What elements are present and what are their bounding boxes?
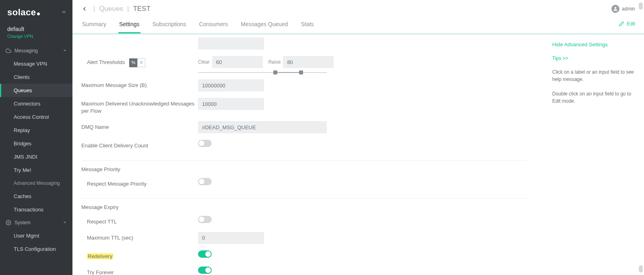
max-ttl-input[interactable] bbox=[198, 232, 264, 244]
tip-text-2: Double click on an input field to go to … bbox=[552, 90, 635, 105]
main: | Queues | TEST admin Summary Settings S… bbox=[72, 0, 644, 275]
sidebar: solace default Change VPN Messaging Mess… bbox=[0, 0, 72, 275]
tab-messages-queued[interactable]: Messages Queued bbox=[240, 17, 289, 33]
tip-text-1: Click on a label or an input field to se… bbox=[552, 68, 635, 83]
nav-section-messaging[interactable]: Messaging bbox=[0, 44, 72, 57]
sidebar-item-message-vpn[interactable]: Message VPN bbox=[0, 57, 72, 70]
tab-consumers[interactable]: Consumers bbox=[198, 17, 229, 33]
label-respect-priority[interactable]: Respect Message Priority bbox=[81, 178, 198, 188]
section-message-expiry: Message Expiry bbox=[81, 204, 527, 210]
slider-handle-raise[interactable] bbox=[299, 70, 303, 74]
label-max-unacked[interactable]: Maximum Delivered Unacknowledged Message… bbox=[81, 98, 198, 115]
cloud-icon bbox=[6, 48, 11, 54]
tab-settings[interactable]: Settings bbox=[118, 17, 140, 33]
unit-toggle[interactable]: % # bbox=[129, 58, 145, 67]
toggle-client-delivery-count[interactable] bbox=[198, 140, 212, 147]
prev-field[interactable] bbox=[198, 37, 264, 50]
logo: solace bbox=[7, 7, 40, 18]
svg-point-0 bbox=[8, 222, 9, 223]
breadcrumb: | Queues | TEST bbox=[80, 4, 151, 14]
nav-section-system[interactable]: System bbox=[0, 216, 72, 229]
hide-advanced-link[interactable]: Hide Advanced Settings bbox=[552, 41, 635, 48]
section-message-priority: Message Priority bbox=[81, 166, 527, 172]
back-button[interactable] bbox=[80, 4, 89, 14]
chevron-down-icon bbox=[63, 220, 67, 225]
dmq-name-input[interactable] bbox=[198, 121, 327, 133]
sidebar-item-try-me[interactable]: Try Me! bbox=[0, 163, 72, 177]
max-unacked-input[interactable] bbox=[198, 98, 264, 110]
sidebar-item-caches[interactable]: Caches bbox=[0, 190, 72, 203]
tab-summary[interactable]: Summary bbox=[81, 17, 107, 33]
label-clear: Clear bbox=[198, 59, 210, 65]
sidebar-item-connectors[interactable]: Connectors bbox=[0, 97, 72, 110]
sidebar-item-clients[interactable]: Clients bbox=[0, 70, 72, 84]
vpn-name: default bbox=[7, 26, 65, 32]
sidebar-item-transactions[interactable]: Transactions bbox=[0, 203, 72, 216]
collapse-sidebar-icon[interactable] bbox=[61, 9, 67, 16]
raise-input[interactable] bbox=[283, 56, 334, 68]
toggle-respect-ttl[interactable] bbox=[198, 216, 212, 223]
max-msg-size-input[interactable] bbox=[198, 79, 264, 91]
change-vpn-link[interactable]: Change VPN bbox=[7, 34, 65, 39]
edit-button[interactable]: Edit bbox=[619, 21, 635, 30]
slider-handle-clear[interactable] bbox=[273, 70, 277, 74]
breadcrumb-current: TEST bbox=[133, 5, 150, 13]
sidebar-item-access-control[interactable]: Access Control bbox=[0, 110, 72, 124]
toggle-respect-priority[interactable] bbox=[198, 178, 212, 185]
tab-subscriptions[interactable]: Subscriptions bbox=[152, 17, 187, 33]
tabs: Summary Settings Subscriptions Consumers… bbox=[81, 17, 315, 33]
toggle-try-forever[interactable] bbox=[198, 267, 212, 274]
sidebar-item-queues[interactable]: Queues bbox=[0, 84, 72, 97]
label-client-delivery-count[interactable]: Enable Client Delivery Count bbox=[81, 140, 198, 149]
pencil-icon bbox=[619, 21, 624, 27]
avatar-icon bbox=[611, 5, 619, 13]
threshold-slider[interactable] bbox=[198, 72, 327, 73]
toggle-redelivery[interactable] bbox=[198, 250, 212, 258]
unit-percent[interactable]: % bbox=[129, 58, 137, 67]
label-max-ttl[interactable]: Maximum TTL (sec) bbox=[81, 232, 198, 242]
tips-link[interactable]: Tips >> bbox=[552, 56, 635, 61]
label-try-forever[interactable]: Try Forever bbox=[81, 267, 198, 275]
sidebar-item-user-mgmt[interactable]: User Mgmt bbox=[0, 229, 72, 242]
help-panel: Hide Advanced Settings Tips >> Click on … bbox=[543, 34, 644, 275]
sidebar-item-jms-jndi[interactable]: JMS JNDI bbox=[0, 150, 72, 163]
chevron-down-icon bbox=[63, 48, 67, 54]
settings-form: Alert Thresholds % # Clear bbox=[72, 34, 543, 275]
label-max-msg-size[interactable]: Maximum Message Size (B) bbox=[81, 79, 198, 89]
breadcrumb-parent[interactable]: Queues bbox=[99, 5, 123, 13]
user-menu[interactable]: admin bbox=[611, 5, 635, 13]
gear-icon bbox=[6, 220, 11, 225]
clear-input[interactable] bbox=[212, 56, 263, 68]
tab-stats[interactable]: Stats bbox=[300, 17, 315, 33]
sidebar-item-tls-config[interactable]: TLS Configuration bbox=[0, 242, 72, 256]
label-alert-thresholds[interactable]: Alert Thresholds % # bbox=[81, 56, 198, 67]
label-redelivery[interactable]: Redelivery bbox=[81, 250, 198, 260]
label-dmq-name[interactable]: DMQ Name bbox=[81, 121, 198, 131]
sidebar-item-advanced-messaging[interactable]: Advanced Messaging bbox=[0, 177, 72, 190]
unit-count[interactable]: # bbox=[137, 58, 145, 67]
user-name: admin bbox=[622, 6, 635, 12]
label-raise: Raise bbox=[268, 59, 281, 65]
sidebar-item-replay[interactable]: Replay bbox=[0, 124, 72, 137]
sidebar-item-bridges[interactable]: Bridges bbox=[0, 137, 72, 150]
label-respect-ttl[interactable]: Respect TTL bbox=[81, 216, 198, 225]
